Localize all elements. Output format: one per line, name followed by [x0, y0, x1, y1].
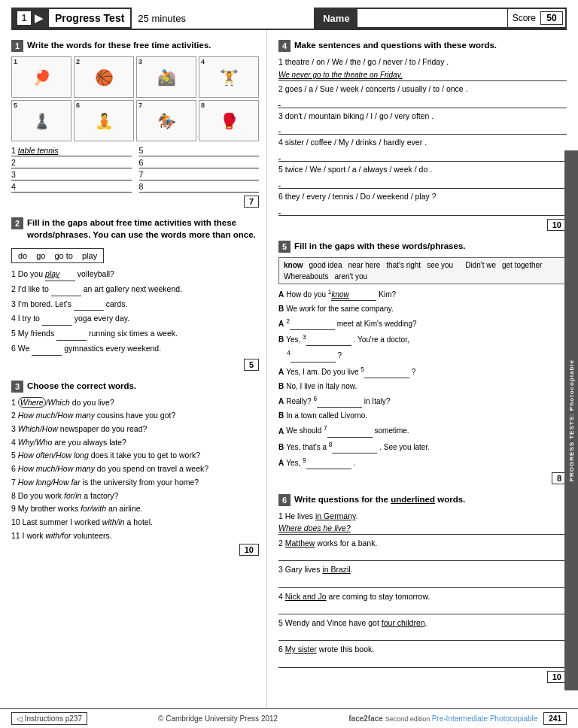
score-label: Score: [508, 9, 540, 27]
dialog-line-5: 4 ?: [278, 348, 567, 362]
page-header: 1 ▶ Progress Test 25 minutes Name Score …: [11, 8, 567, 30]
section-4-title: Make sentences and questions with these …: [294, 39, 497, 51]
section-2-num: 2: [11, 217, 23, 229]
section-4-num: 4: [278, 40, 291, 52]
section5-score: 8: [278, 472, 567, 484]
test-time: 25 minutes: [132, 8, 192, 29]
section4-score: 10: [278, 219, 567, 231]
dialog-line-8: A Really? 6 in Italy?: [278, 394, 567, 408]
right-column: 4 Make sentences and questions with thes…: [275, 30, 567, 708]
section-3-title: Choose the correct words.: [27, 380, 136, 392]
s3-item-4: 4 Why/Who are you always late?: [11, 437, 259, 448]
main-content: 1 Write the words for these free time ac…: [0, 30, 578, 708]
s3-item-6: 6 How much/How many do you spend on trav…: [11, 463, 259, 475]
section-2-header: 2 Fill in the gaps about free time activ…: [11, 217, 259, 241]
answer-3: 3: [11, 170, 132, 180]
dialog-line-6: A Yes, I am. Do you live 5 ?: [278, 365, 567, 378]
footer-copyright: © Cambridge University Press 2012: [87, 714, 348, 723]
dialog-line-12: A Yes, 9 .: [278, 456, 567, 469]
section1-score: 7: [11, 196, 259, 208]
section-3-num: 3: [11, 381, 23, 393]
s6-item-5: 5 Wendy and Vince have got four children…: [278, 617, 567, 641]
image-5: 5 ♟️: [11, 100, 71, 141]
image-7: 7 🏇: [136, 100, 196, 141]
gap-item-1: 1 Do you play volleyball?: [11, 268, 259, 281]
answer-7: 7: [139, 170, 260, 180]
gap-item-4: 4 I try to yoga every day.: [11, 313, 259, 326]
ms-item-4: 4 sister / coffee / My / drinks / hardly…: [278, 137, 567, 162]
gap-item-2: 2 I'd like to an art gallery next weeken…: [11, 284, 259, 296]
image-8: 8 🥊: [199, 100, 259, 141]
answer-6: 6: [139, 158, 260, 168]
section-1-num: 1: [11, 40, 23, 52]
image-1: 1 🏓: [11, 56, 71, 98]
section-4: 4 Make sentences and questions with thes…: [278, 39, 567, 231]
section-2: 2 Fill in the gaps about free time activ…: [11, 217, 259, 371]
ms-item-2: 2 goes / a / Sue / week / concerts / usu…: [278, 83, 567, 108]
section-5-header: 5 Fill in the gaps with these words/phra…: [278, 240, 567, 253]
footer-instructions[interactable]: ◁ Instructions p237: [11, 712, 87, 725]
s6-item-1: 1 He lives in Germany. Where does he liv…: [278, 511, 567, 534]
answer-4: 4: [11, 182, 132, 193]
score-value: 50: [540, 11, 563, 25]
section-3: 3 Choose the correct words. 1 Where/Whic…: [11, 380, 259, 557]
section-3-header: 3 Choose the correct words.: [11, 380, 259, 393]
footer-brand: face2face Second edition Pre-Intermediat…: [348, 714, 537, 723]
gap-item-5: 5 My friends running six times a week.: [11, 328, 259, 341]
test-number: 1: [17, 11, 31, 25]
test-title: Progress Test: [49, 8, 132, 29]
image-6: 6 🧘: [74, 100, 134, 141]
answer-5: 5: [139, 146, 260, 156]
section-6: 6 Write questions for the underlined wor…: [278, 493, 567, 682]
gap-item-3: 3 I'm bored. Let's cards.: [11, 299, 259, 311]
s3-item-2: 2 How much/How many cousins have you got…: [11, 410, 259, 421]
page-footer: ◁ Instructions p237 © Cambridge Universi…: [0, 708, 578, 728]
side-tab-text: PROGRESS TESTS: Photocopiable: [568, 359, 575, 481]
s3-item-5: 5 How often/How long does it take you to…: [11, 450, 259, 461]
section-5: 5 Fill in the gaps with these words/phra…: [278, 240, 567, 485]
s6-item-2: 2 Matthew works for a bank.: [278, 538, 567, 561]
dialog-line-3: A 2 meet at Kim's wedding?: [278, 317, 567, 330]
ms-item-3: 3 don't / mountain biking / I / go / ver…: [278, 111, 567, 135]
ms-item-5: 5 twice / We / sport / a / always / week…: [278, 164, 567, 189]
gap-item-6: 6 We gymnastics every weekend.: [11, 343, 259, 356]
section-2-title: Fill in the gaps about free time activit…: [27, 217, 259, 241]
left-column: 1 Write the words for these free time ac…: [11, 30, 267, 708]
section2-wordbox: do go go to play: [11, 248, 104, 263]
s3-item-3: 3 Which/How newspaper do you read?: [11, 423, 259, 435]
section-6-header: 6 Write questions for the underlined wor…: [278, 493, 567, 506]
s3-item-10: 10 Last summer I worked with/in a hotel.: [11, 517, 259, 528]
answer-8: 8: [139, 182, 260, 193]
s6-item-3: 3 Gary lives in Brazil.: [278, 564, 567, 587]
dialog-line-11: B Yes, that's a 8 . See you later.: [278, 440, 567, 453]
name-score-area: Name Score 50: [314, 8, 567, 29]
section2-items: 1 Do you play volleyball? 2 I'd like to …: [11, 268, 259, 356]
section5-hints: know good idea near here that's right se…: [278, 257, 567, 284]
ms-item-6: 6 they / every / tennis / Do / weekend /…: [278, 191, 567, 216]
section6-score: 10: [278, 671, 567, 683]
section5-dialog: A How do you 1know Kim? B We work for th…: [278, 287, 567, 470]
s3-item-7: 7 How long/How far is the university fro…: [11, 477, 259, 488]
image-4: 4 🏋️: [199, 56, 259, 98]
dialog-line-2: B We work for the same company.: [278, 303, 567, 314]
s3-item-1: 1 Where/Which do you live?: [11, 397, 259, 408]
side-tab-container: PROGRESS TESTS: Photocopiable: [564, 150, 578, 690]
s3-item-9: 9 My brother works for/with an airline.: [11, 503, 259, 514]
section-6-num: 6: [278, 494, 291, 506]
dialog-line-10: A We should 7 sometime.: [278, 423, 567, 437]
section-1-title: Write the words for these free time acti…: [27, 39, 211, 51]
activity-images: 1 🏓 2 🏀 3 🚵 4 🏋️: [11, 56, 259, 141]
section-6-title: Write questions for the underlined words…: [294, 493, 465, 505]
section3-score: 10: [11, 544, 259, 556]
dialog-line-9: B In a town called Livorno.: [278, 410, 567, 421]
s6-item-6: 6 My sister wrote this book.: [278, 644, 567, 667]
name-label: Name: [315, 9, 357, 27]
dialog-line-7: B No, I live in Italy now.: [278, 381, 567, 392]
s3-item-11: 11 I work with/for volunteers.: [11, 530, 259, 541]
section6-items: 1 He lives in Germany. Where does he liv…: [278, 511, 567, 667]
answer-2: 2: [11, 158, 132, 168]
answer-1: 1 table tennis: [11, 146, 132, 156]
dialog-line-1: A How do you 1know Kim?: [278, 287, 567, 301]
image-2: 2 🏀: [74, 56, 134, 98]
section-5-num: 5: [278, 241, 291, 253]
